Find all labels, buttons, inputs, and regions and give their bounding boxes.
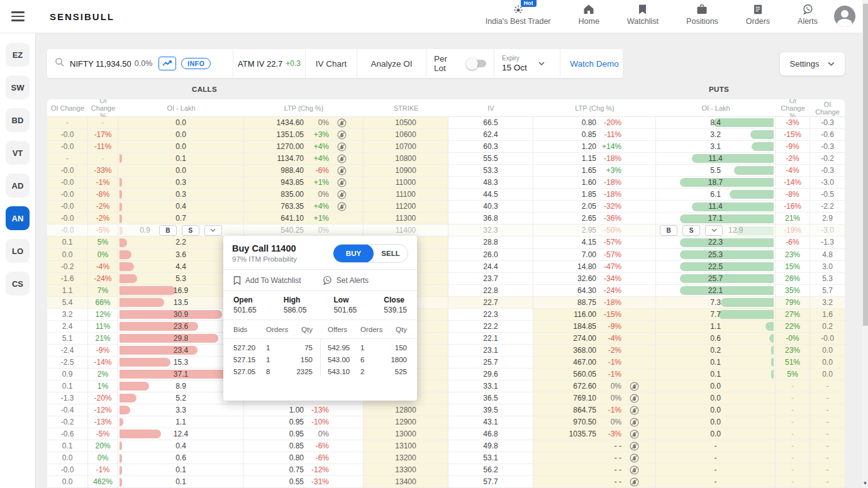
user-avatar[interactable] [834, 6, 855, 27]
put-oi-change-pct-cell: -9% [776, 141, 810, 152]
option-row-11100[interactable]: -0.0-8%0.3835.000%1110044.51.85-18%6.1-8… [47, 189, 845, 201]
symbol-search[interactable]: NIFTY 11,934.50 0.0% INFO [47, 49, 233, 78]
option-row[interactable]: 3.212%30.922.3116.00-15%7.727%1.6 [47, 309, 845, 321]
hamburger-menu-icon[interactable] [0, 11, 36, 21]
call-oi-change-pct-cell: 11% [88, 321, 118, 332]
put-oi-bar-cell: 18.7 [656, 177, 776, 188]
scrollbar-thumb[interactable] [863, 4, 868, 326]
option-row[interactable]: 0.11%8.933.1672.600%0.0-- [47, 380, 845, 392]
option-row-11000[interactable]: -0.0-1%0.3943.85+1%1100048.31.60-18%18.7… [47, 177, 845, 189]
option-row-13100[interactable]: 0.120%0.40.85-6%1310049.8- ---- [47, 440, 845, 452]
iv-cell: 48.3 [448, 177, 533, 188]
nav-item-home[interactable]: Home [579, 3, 599, 26]
put-oi-bar-cell: BS12.9 [656, 225, 776, 236]
put-ltp-cell: 864.75-1% [533, 404, 656, 416]
sidebar-item-ad[interactable]: AD [6, 174, 30, 197]
put-more-dropdown[interactable] [705, 225, 723, 236]
option-row-13200[interactable]: 0.00%0.60.80-6%1320053.1- ---- [47, 452, 845, 464]
put-oi-change-pct-cell: 35% [776, 285, 810, 296]
set-alerts-button[interactable]: Set Alerts [323, 275, 369, 285]
per-lot-toggle[interactable] [468, 60, 486, 67]
option-row[interactable]: -0.2-4%4.424.414.80-47%22.515%3.0 [47, 261, 845, 273]
option-row-10800[interactable]: --0.11134.70+4%1080055.51.15-18%11.4-2%-… [47, 153, 845, 165]
put-oi-bar [750, 130, 774, 139]
call-buy-button[interactable]: B [159, 225, 177, 236]
call-oi-change-pct-cell: -5% [88, 225, 118, 236]
nav-item-watchlist[interactable]: Watchlist [627, 3, 659, 26]
orders-icon [754, 3, 762, 15]
put-oi-change-cell: -0.6 [810, 129, 845, 140]
page-scrollbar[interactable]: ▼ [862, 0, 868, 488]
buy-button[interactable]: BUY [333, 244, 374, 263]
option-row[interactable]: -1.3-20%5.236.5769.100%0.0-- [47, 392, 845, 404]
offer-depth-row: 543.102525 [328, 368, 407, 375]
option-row-10900[interactable]: -0.0-33%0.0988.40-6%1090053.31.65+3%5.5-… [47, 165, 845, 177]
analyze-oi-tab[interactable]: Analyze OI [357, 49, 426, 78]
nav-item-positions[interactable]: Positions [686, 3, 718, 26]
info-button[interactable]: INFO [181, 58, 211, 69]
scrollbar-down-arrow[interactable]: ▼ [862, 480, 868, 486]
iv-cell: 55.5 [448, 153, 533, 164]
put-oi-change-cell: -1.3 [810, 236, 845, 248]
settings-dropdown[interactable]: Settings [780, 52, 845, 75]
put-oi-bar [730, 190, 774, 199]
sell-button[interactable]: SELL [374, 250, 408, 257]
put-oi-bar-cell: 3.2 [656, 129, 776, 140]
option-row[interactable]: -1.6-24%5.323.732.60-34%25.726%5.3 [47, 273, 845, 285]
option-row[interactable]: 0.15%2.228.84.15-57%22.3-6%-1.3 [47, 236, 845, 248]
sidebar-item-lo[interactable]: LO [6, 239, 30, 263]
call-more-dropdown[interactable] [204, 225, 222, 236]
option-row[interactable]: 5.466%13.522.788.75-18%7.379%3.2 [47, 297, 845, 309]
option-row[interactable]: 2.411%23.622.2184.85-9%1.122%0.2 [47, 321, 845, 333]
iv-chart-tab[interactable]: IV Chart [305, 49, 357, 78]
call-ltp-cell: 0.85-6% [244, 440, 364, 452]
option-row-12800[interactable]: -0.4-12%3.31.00-13%1280039.5864.75-1%0.0… [47, 404, 845, 416]
watch-demo-button[interactable]: Watch Demo [560, 49, 623, 78]
option-row-11200[interactable]: -0.0-2%0.4763.35+4%1120040.32.05-32%11.4… [47, 201, 845, 213]
option-row-13400[interactable]: 0.0462%0.10.55-31%1340057.7- ---- [47, 476, 845, 488]
expiry-dropdown[interactable]: Expiry 15 Oct [494, 49, 560, 78]
sidebar-item-sw[interactable]: SW [6, 75, 30, 99]
sidebar-item-bd[interactable]: BD [6, 108, 30, 132]
option-row[interactable]: 5.121%29.822.1274.00-4%0.6-0%-0.0 [47, 333, 845, 345]
option-row[interactable]: 1.17%16.922.864.30-24%22.135%5.7 [47, 285, 845, 297]
option-row-10700[interactable]: -0.0-11%0.01270.00+4%1070060.31.20+14%3.… [47, 141, 845, 153]
sidebar-item-cs[interactable]: CS [6, 272, 30, 296]
put-buy-button[interactable]: B [660, 225, 677, 236]
put-ltp-cell: 672.600% [533, 380, 656, 392]
put-sell-button[interactable]: S [682, 225, 700, 236]
option-row-11400[interactable]: -0.0-5%0.9BS540.250%1140032.32.95-50%BS1… [47, 225, 845, 236]
sidebar-item-ez[interactable]: EZ [6, 43, 30, 67]
nav-item-alerts[interactable]: Alerts [798, 3, 818, 26]
call-oi-change-pct-cell: 12% [88, 309, 118, 320]
nav-item-orders[interactable]: Orders [746, 3, 770, 26]
option-row-13300[interactable]: -0.0-1%0.10.75-12%1330056.2- ---- [47, 464, 845, 476]
call-oi-change-pct-cell: -33% [88, 165, 118, 176]
option-row[interactable]: -2.4-9%23.423.1368.00-2%0.223%0.0 [47, 345, 845, 357]
option-row[interactable]: 0.92%37.129.6560.05-1%0.15%0.0 [47, 369, 845, 380]
per-lot-label: Per Lot [434, 54, 460, 73]
nav-item-label: Positions [686, 17, 718, 26]
option-row-10600[interactable]: -0.0-17%0.01351.05+3%1060062.40.85-11%3.… [47, 129, 845, 141]
sidebar-item-vt[interactable]: VT [6, 141, 30, 165]
put-oi-change-pct-cell: -3% [776, 117, 810, 128]
sidebar-item-an[interactable]: AN [6, 206, 30, 230]
expiry-value: 15 Oct [502, 63, 527, 72]
option-row-11300[interactable]: -0.0-2%0.7641.10+1%1130036.82.65-36%17.1… [47, 213, 845, 225]
option-row[interactable]: 0.00%3.626.07.00-57%25.323%4.8 [47, 249, 845, 261]
left-sidebar: EZSWBDVTADANLOCS [0, 33, 36, 488]
put-oi-change-pct-cell: -8% [776, 189, 810, 200]
option-row-10500[interactable]: --0.01434.600%1050066.50.80-20%8.4-3%-0.… [47, 117, 845, 129]
put-oi-bar-cell: 7.3 [656, 297, 776, 308]
option-row[interactable]: -2.5-14%15.325.7467.00-1%0.151%0.0 [47, 357, 845, 369]
option-row-12900[interactable]: -0.2-13%1.10.95-10%1290043.1970.500%0.0-… [47, 416, 845, 428]
call-oi-bar-cell: 0.1 [118, 476, 244, 487]
iv-cell: 32.3 [448, 225, 533, 236]
call-sell-button[interactable]: S [182, 225, 199, 236]
symbol-chart-button[interactable] [159, 57, 176, 70]
chevron-down-icon [538, 62, 545, 65]
add-to-watchlist-button[interactable]: Add To Watchlist [233, 276, 301, 285]
nav-item-india-s-best-trader[interactable]: HotIndia's Best Trader [486, 3, 551, 26]
app-logo[interactable]: SENSIBULL [50, 11, 114, 22]
option-row-13000[interactable]: -0.6-5%12.40.950%1300046.81035.75-3%0.0-… [47, 428, 845, 440]
